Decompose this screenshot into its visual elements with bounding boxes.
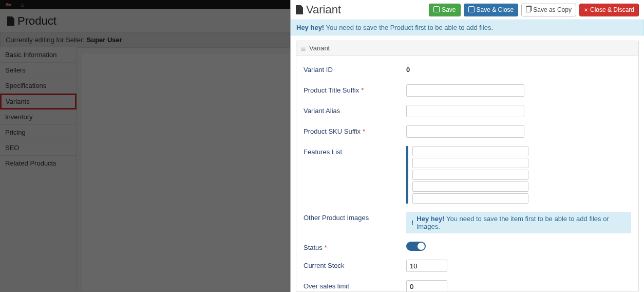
card-header: Variant	[296, 41, 638, 56]
tab-sellers[interactable]: Sellers	[0, 63, 77, 78]
file-icon	[7, 16, 14, 26]
panel-notice: Hey hey! You need to save the Product fi…	[291, 20, 644, 35]
close-discard-button[interactable]: Close & Discard	[579, 4, 639, 16]
required-mark: *	[325, 244, 327, 251]
label-status: Status	[304, 244, 323, 251]
label-oversales: Over sales limit	[304, 280, 406, 290]
other-images-notice-prefix: Hey hey!	[416, 215, 444, 223]
other-images-notice: ! Hey hey! You need to save the item fir…	[406, 212, 631, 233]
label-title-suffix: Product Title Suffix	[304, 86, 359, 94]
notice-text: You need to save the Product first to be…	[324, 24, 493, 31]
joomla-logo-icon: ✦	[3, 1, 15, 8]
copy-icon	[526, 6, 531, 14]
file-icon	[296, 5, 303, 14]
tab-specifications[interactable]: Specifications	[0, 78, 77, 94]
save-icon	[433, 6, 440, 14]
status-toggle[interactable]	[406, 242, 426, 251]
label-variant-id: Variant ID	[304, 64, 406, 74]
required-mark: *	[361, 86, 364, 94]
list-icon	[300, 44, 306, 52]
tab-pricing[interactable]: Pricing	[0, 125, 77, 140]
product-main-area	[82, 54, 290, 290]
tab-basic-information[interactable]: Basic Information	[0, 47, 77, 63]
page-title-text: Product	[17, 14, 56, 28]
notice-prefix: Hey hey!	[296, 24, 324, 31]
input-variant-alias[interactable]	[406, 105, 524, 117]
page-title: Product	[0, 9, 290, 32]
tab-related-products[interactable]: Related Products	[0, 156, 77, 171]
save-icon	[468, 6, 475, 14]
editing-prefix: Currently editing for Seller:	[6, 36, 87, 44]
product-tabs: Basic Information Sellers Specifications…	[0, 47, 77, 290]
input-feature-1[interactable]	[412, 158, 528, 168]
input-feature-0[interactable]	[412, 146, 528, 156]
value-variant-id: 0	[406, 66, 410, 74]
tab-seo[interactable]: SEO	[0, 140, 77, 156]
editing-seller-bar: Currently editing for Seller: Super User	[0, 32, 290, 48]
label-other-images: Other Product Images	[304, 212, 406, 222]
label-current-stock: Current Stock	[304, 260, 406, 269]
save-as-copy-button[interactable]: Save as Copy	[521, 4, 576, 16]
input-feature-4[interactable]	[412, 193, 528, 204]
input-current-stock[interactable]	[406, 260, 447, 272]
other-images-notice-text: You need to save the item first to be ab…	[416, 215, 609, 230]
panel-title-text: Variant	[306, 3, 341, 16]
label-variant-alias: Variant Alias	[304, 105, 406, 115]
save-button[interactable]: Save	[429, 4, 460, 16]
input-feature-2[interactable]	[412, 170, 528, 180]
required-mark: *	[363, 127, 365, 135]
panel-title: Variant	[296, 3, 341, 16]
input-oversales[interactable]	[406, 280, 447, 292]
input-title-suffix[interactable]	[406, 84, 524, 97]
input-feature-3[interactable]	[412, 181, 528, 192]
toggle-knob	[418, 243, 425, 250]
tab-inventory[interactable]: Inventory	[0, 110, 77, 125]
save-close-button[interactable]: Save & Close	[464, 4, 519, 16]
label-features-list: Features List	[304, 146, 406, 156]
editing-seller-name: Super User	[87, 36, 122, 44]
exclamation-icon: !	[411, 219, 413, 227]
variant-panel: Variant Save Save & Close Save as Copy C…	[290, 0, 644, 292]
tab-variants[interactable]: Variants	[0, 94, 77, 110]
features-accent-bar	[406, 146, 408, 204]
home-icon[interactable]: ⌂	[21, 2, 24, 8]
card-title: Variant	[309, 44, 330, 52]
close-icon	[584, 6, 588, 13]
label-sku-suffix: Product SKU Suffix	[304, 127, 361, 135]
input-sku-suffix[interactable]	[406, 125, 524, 138]
